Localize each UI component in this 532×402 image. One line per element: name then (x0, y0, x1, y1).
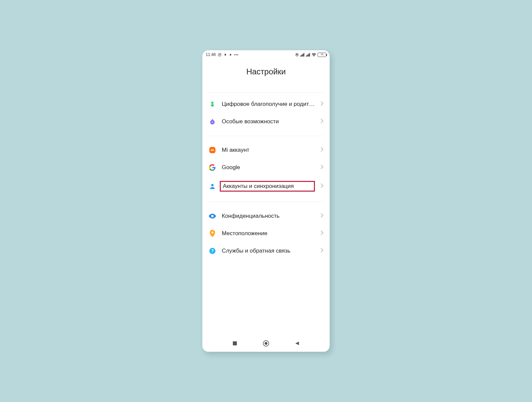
chevron-right-icon (320, 230, 324, 237)
registered-icon: R (295, 53, 299, 57)
svg-point-23 (212, 215, 213, 217)
settings-row-label: Цифровое благополучие и родит… (222, 100, 315, 108)
help-icon: ? (208, 247, 216, 255)
settings-row-google[interactable]: Google (208, 159, 324, 176)
svg-point-19 (212, 121, 213, 123)
signal-icon-1 (300, 53, 305, 57)
accessibility-icon (208, 118, 216, 126)
settings-row-label: Конфиденциальность (222, 212, 315, 220)
svg-point-24 (211, 231, 213, 233)
svg-rect-13 (308, 54, 308, 57)
wifi-icon (312, 53, 316, 57)
svg-rect-15 (309, 53, 310, 56)
battery-icon: 75 (318, 53, 326, 57)
page-title: Настройки (202, 59, 330, 90)
svg-rect-9 (303, 54, 304, 56)
svg-point-16 (211, 102, 214, 104)
svg-text:MI: MI (211, 148, 214, 152)
svg-point-22 (211, 184, 214, 186)
more-icon: ••• (234, 53, 239, 57)
instagram-icon (218, 53, 221, 57)
svg-point-1 (219, 54, 220, 55)
chevron-right-icon (320, 101, 324, 108)
settings-row-privacy[interactable]: Конфиденциальность (208, 207, 324, 225)
play-icon (229, 53, 232, 56)
navigation-bar (202, 337, 330, 352)
settings-row-label: Службы и обратная связь (222, 247, 315, 255)
svg-text:?: ? (211, 249, 214, 253)
chevron-right-icon (320, 213, 324, 219)
svg-rect-8 (302, 54, 303, 57)
svg-rect-14 (309, 54, 309, 56)
settings-row-wellbeing[interactable]: Цифровое благополучие и родит… (208, 95, 324, 113)
svg-rect-11 (306, 56, 307, 57)
google-icon (208, 163, 216, 172)
settings-list: Цифровое благополучие и родит… Особые во… (202, 90, 330, 337)
notification-icon (223, 53, 227, 57)
signal-icon-2 (306, 53, 310, 57)
settings-row-accessibility[interactable]: Особые возможности (208, 113, 324, 130)
chevron-right-icon (320, 164, 324, 171)
nav-back-button[interactable] (293, 340, 301, 347)
chevron-right-icon (320, 248, 324, 254)
svg-rect-7 (301, 55, 302, 57)
settings-row-label: Mi аккаунт (222, 146, 315, 154)
wellbeing-icon (208, 100, 216, 108)
person-icon (208, 182, 216, 190)
settings-row-label: Местоположение (222, 230, 315, 237)
nav-home-button[interactable] (262, 340, 270, 347)
nav-recent-button[interactable] (231, 340, 239, 347)
svg-text:R: R (296, 54, 298, 56)
svg-point-29 (265, 342, 267, 345)
phone-frame: 11:48 ••• R (202, 50, 330, 352)
svg-rect-27 (233, 341, 237, 345)
status-bar: 11:48 ••• R (202, 50, 330, 59)
settings-row-label: Особые возможности (222, 118, 315, 125)
settings-row-mi-account[interactable]: MI Mi аккаунт (208, 141, 324, 159)
eye-icon (208, 212, 216, 220)
settings-row-label: Аккаунты и синхронизация (220, 181, 315, 192)
svg-rect-6 (300, 56, 301, 57)
settings-row-label: Google (222, 164, 315, 171)
mi-icon: MI (208, 146, 216, 154)
settings-row-accounts-sync[interactable]: Аккаунты и синхронизация (208, 176, 324, 196)
settings-row-feedback[interactable]: ? Службы и обратная связь (208, 242, 324, 260)
chevron-right-icon (320, 183, 324, 190)
svg-rect-12 (307, 55, 308, 57)
divider (208, 136, 324, 136)
status-time: 11:48 (206, 52, 216, 57)
svg-rect-18 (212, 119, 213, 121)
divider (208, 202, 324, 202)
divider (208, 92, 324, 93)
location-icon (208, 229, 216, 238)
settings-row-location[interactable]: Местоположение (208, 225, 324, 242)
chevron-right-icon (320, 147, 324, 153)
svg-point-3 (224, 54, 226, 56)
svg-rect-10 (304, 53, 304, 56)
battery-level: 75 (321, 53, 324, 56)
chevron-right-icon (320, 118, 324, 125)
svg-point-2 (220, 54, 221, 54)
